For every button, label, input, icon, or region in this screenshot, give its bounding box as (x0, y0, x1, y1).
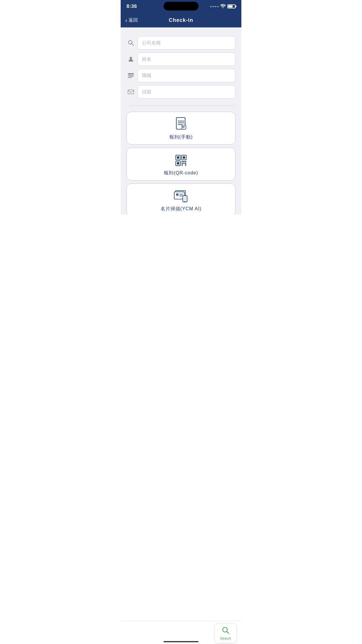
svg-line-1 (132, 44, 133, 46)
name-row (126, 52, 236, 66)
company-input[interactable] (138, 36, 236, 50)
svg-point-0 (129, 41, 132, 44)
status-icons (210, 4, 236, 9)
svg-rect-5 (128, 76, 134, 77)
svg-rect-13 (183, 156, 185, 159)
svg-rect-33 (184, 201, 186, 202)
nav-bar: ‹ 返回 Check-in (121, 13, 241, 27)
card-scan-label: 名片掃描(YCM AI) (161, 206, 202, 212)
search-icon (126, 40, 135, 46)
svg-rect-20 (183, 163, 184, 164)
card-scan-button[interactable]: 名片掃描(YCM AI) (126, 183, 236, 215)
page-title: Check-in (169, 17, 193, 23)
action-buttons: 報到(手動) (126, 112, 236, 215)
title-icon (126, 73, 135, 78)
svg-rect-15 (177, 162, 179, 164)
section-divider (126, 106, 236, 106)
email-icon (126, 90, 135, 94)
svg-rect-16 (182, 161, 183, 162)
status-bar: 8:36 (121, 0, 241, 13)
manual-checkin-label: 報到(手動) (169, 134, 193, 140)
notch (164, 2, 198, 10)
svg-point-2 (130, 57, 132, 59)
qrcode-icon (174, 153, 188, 168)
email-row (126, 85, 236, 99)
svg-rect-23 (185, 164, 186, 166)
main-content: 報到(手動) (121, 27, 241, 215)
svg-rect-18 (185, 161, 186, 162)
svg-rect-17 (183, 161, 184, 162)
wifi-icon (220, 4, 226, 9)
svg-rect-22 (182, 164, 183, 166)
qrcode-checkin-label: 報到(QR-code) (164, 170, 198, 176)
status-time: 8:36 (126, 4, 137, 9)
person-icon (126, 56, 135, 62)
job-title-input[interactable] (138, 69, 236, 82)
form-section (126, 36, 236, 99)
svg-rect-7 (128, 90, 134, 94)
chevron-left-icon: ‹ (125, 17, 127, 23)
back-label: 返回 (129, 17, 138, 23)
back-button[interactable]: ‹ 返回 (125, 17, 138, 23)
svg-rect-11 (177, 156, 179, 159)
name-input[interactable] (138, 52, 236, 66)
signal-icon (210, 6, 219, 7)
svg-rect-3 (128, 73, 134, 74)
title-row (126, 69, 236, 82)
svg-point-30 (176, 194, 178, 195)
manual-checkin-button[interactable]: 報到(手動) (126, 112, 236, 145)
battery-icon (227, 4, 236, 8)
svg-rect-6 (128, 77, 132, 78)
manual-checkin-icon (174, 117, 188, 132)
svg-rect-19 (182, 163, 183, 164)
svg-rect-4 (128, 75, 134, 76)
email-input[interactable] (138, 85, 236, 99)
svg-rect-21 (185, 163, 186, 164)
company-row (126, 36, 236, 50)
qrcode-checkin-button[interactable]: 報到(QR-code) (126, 148, 236, 181)
svg-rect-32 (184, 197, 187, 201)
card-scan-icon (174, 189, 188, 204)
